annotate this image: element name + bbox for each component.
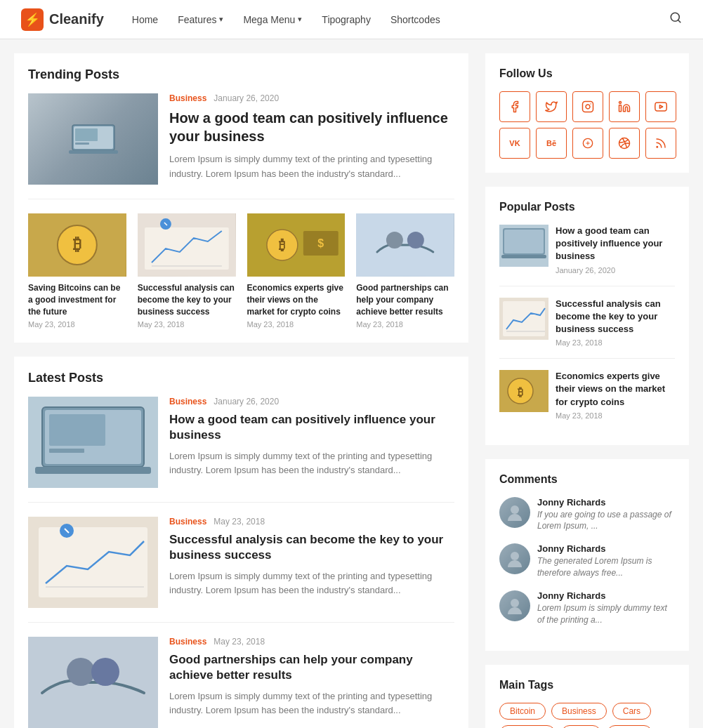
grid-post-1-title[interactable]: Saving Bitcoins can be a good investment… [28,282,126,317]
grid-post-4-image [356,213,454,277]
latest-post-1-meta: Business January 26, 2020 [169,397,454,406]
popular-post-1-title[interactable]: How a good team can positively influence… [556,225,675,263]
svg-rect-6 [75,143,89,145]
follow-us-title: Follow Us [499,67,675,80]
features-chevron-icon: ▾ [219,15,223,24]
grid-post-4-date: May 23, 2018 [356,320,454,329]
navbar: ⚡ Cleanify Home Features ▾ Mega Menu ▾ T… [0,0,703,39]
rss-btn[interactable] [645,128,676,159]
popular-post-1-image [499,225,548,267]
latest-post-1: Business January 26, 2020 How a good tea… [28,397,454,503]
search-icon[interactable] [669,11,682,27]
trending-featured-date: January 26, 2020 [213,93,279,103]
grid-post-4-title[interactable]: Good partnerships can help your company … [356,282,454,317]
svg-text:₿: ₿ [279,238,285,253]
grid-post-2-date: May 23, 2018 [138,320,236,329]
latest-post-1-date: January 26, 2020 [213,397,279,406]
grid-post-4: Good partnerships can help your company … [356,213,454,329]
latest-post-3-title[interactable]: Good partnerships can help your company … [169,652,454,683]
main-content: Trending Posts [14,53,468,728]
svg-rect-28 [49,449,84,453]
latest-post-1-title[interactable]: How a good team can positively influence… [169,412,454,443]
svg-text:₿: ₿ [518,386,523,398]
linkedin-btn[interactable] [609,91,640,122]
comment-1: Jonny Richards If you are going to use a… [499,497,675,533]
nav-megamenu[interactable]: Mega Menu ▾ [243,14,302,25]
trending-title: Trending Posts [28,67,454,82]
svg-rect-27 [49,414,105,446]
tag-economy[interactable]: Economy [499,725,556,728]
trending-featured-title[interactable]: How a good team can positively influence… [169,109,454,145]
latest-post-3-meta: Business May 23, 2018 [169,637,454,647]
popular-posts-title: Popular Posts [499,201,675,213]
tag-health[interactable]: Health [607,725,652,728]
trending-featured-post: Business January 26, 2020 How a good tea… [28,93,454,199]
grid-post-1-date: May 23, 2018 [28,320,126,329]
svg-point-56 [511,599,519,607]
latest-post-3-image [28,637,158,728]
dribbble-btn[interactable] [609,128,640,159]
svg-rect-39 [619,105,622,112]
popular-post-3-title[interactable]: Economics experts give their views on th… [556,370,675,409]
latest-title: Latest Posts [28,371,454,385]
facebook-btn[interactable] [499,91,530,122]
grid-post-2-image [138,213,236,277]
tag-food[interactable]: Food [561,725,601,728]
latest-post-1-category: Business [169,397,206,406]
popular-post-2-date: May 23, 2018 [556,338,675,347]
comment-2-text: The generated Lorem Ipsum is therefore a… [537,555,675,579]
logo[interactable]: ⚡ Cleanify [21,8,104,31]
popular-post-2-title[interactable]: Successful analysis can become the key t… [556,298,675,336]
grid-post-2: Successful analysis can become the key t… [138,213,236,329]
latest-post-3-excerpt: Lorem Ipsum is simply dummy text of the … [169,689,454,719]
sidebar: Follow Us [485,53,689,728]
tag-bitcoin[interactable]: Bitcoin [499,703,546,720]
nav-features[interactable]: Features ▾ [178,14,223,25]
trending-featured-img-placeholder [28,93,158,185]
latest-section: Latest Posts Business J [14,357,468,728]
instagram-btn[interactable] [572,91,603,122]
svg-rect-37 [583,102,593,112]
vk-btn[interactable]: VK [499,128,530,159]
page-wrapper: Trending Posts [0,39,703,728]
behance-btn[interactable]: Bē [536,128,567,159]
popular-post-2-content: Successful analysis can become the key t… [556,298,675,348]
svg-rect-47 [501,255,546,258]
comment-3-name: Jonny Richards [537,590,675,601]
svg-rect-4 [69,150,118,154]
trending-featured-meta: Business January 26, 2020 [169,93,454,103]
latest-post-2: Business May 23, 2018 Successful analysi… [28,517,454,623]
trending-featured-excerpt: Lorem Ipsum is simply dummy text of the … [169,152,454,182]
svg-point-36 [91,658,119,686]
nav-shortcodes[interactable]: Shortcodes [390,14,440,25]
latest-post-3-date: May 23, 2018 [213,637,265,647]
nav-home[interactable]: Home [132,14,158,25]
comments-section: Comments Jonny Richards If you are going… [485,459,689,651]
stumbleupon-btn[interactable] [572,128,603,159]
comment-3-avatar-placeholder [499,590,530,621]
grid-post-3: ₿ $ Economics experts give their views o… [247,213,346,329]
trending-featured-category: Business [169,93,206,103]
popular-post-3-content: Economics experts give their views on th… [556,370,675,420]
comment-3-content: Jonny Richards Lorem Ipsum is simply dum… [537,590,675,626]
latest-post-2-title[interactable]: Successful analysis can become the key t… [169,532,454,563]
youtube-btn[interactable] [645,91,676,122]
comments-title: Comments [499,473,675,486]
nav-typography[interactable]: Tipography [322,14,371,25]
logo-text: Cleanify [49,11,104,27]
tags-title: Main Tags [499,679,675,691]
comment-1-avatar [499,497,530,528]
comment-3: Jonny Richards Lorem Ipsum is simply dum… [499,590,675,626]
tag-business[interactable]: Business [551,703,607,720]
popular-posts-section: Popular Posts How a good team can positi… [485,187,689,445]
megamenu-chevron-icon: ▾ [298,15,302,24]
grid-post-3-title[interactable]: Economics experts give their views on th… [247,282,346,317]
comment-2-avatar [499,543,530,574]
twitter-btn[interactable] [536,91,567,122]
tag-cars[interactable]: Cars [612,703,651,720]
trending-grid: ₿ Saving Bitcoins can be a good investme… [28,213,454,329]
grid-post-2-title[interactable]: Successful analysis can become the key t… [138,282,236,317]
popular-post-1: How a good team can positively influence… [499,225,675,286]
svg-rect-26 [35,467,151,474]
svg-point-40 [619,102,622,104]
